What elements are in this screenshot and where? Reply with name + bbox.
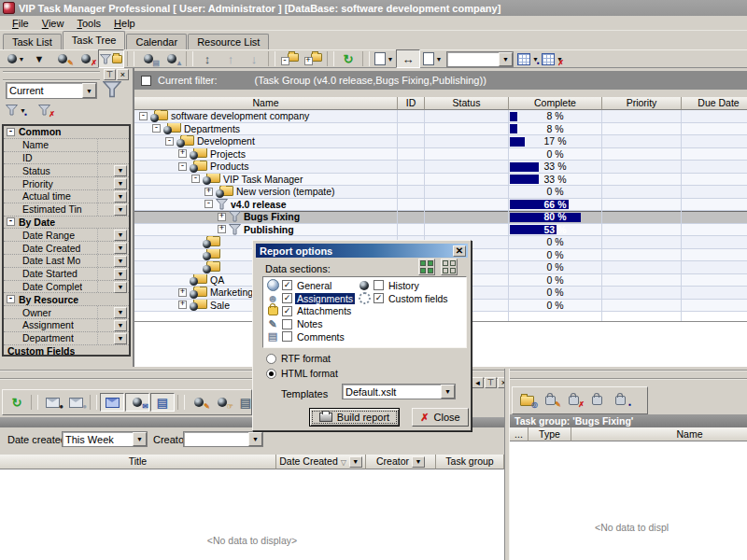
task-row-bugs-fixing[interactable]: +Bugs Fixing80 %: [134, 211, 747, 224]
delete-task-button[interactable]: ✗: [75, 50, 97, 67]
delete-attachment-button[interactable]: ✗: [562, 392, 585, 409]
tab-task-tree[interactable]: Task Tree: [63, 31, 126, 49]
expand-icon[interactable]: +: [178, 149, 187, 158]
filter-row-date-complet[interactable]: Date Complet▼: [4, 281, 129, 294]
attachments-list[interactable]: <No data to displ: [510, 441, 747, 560]
move-up-button[interactable]: ↑: [219, 50, 242, 67]
open-attachment-button[interactable]: ◎: [515, 392, 538, 409]
date-created-dropdown-icon[interactable]: ▼: [133, 432, 147, 446]
task-row-software-development-company[interactable]: -software development company8 %: [134, 110, 747, 123]
dropdown-icon[interactable]: ▼: [114, 333, 127, 344]
collapse-icon[interactable]: -: [7, 128, 15, 136]
filter-section-common[interactable]: -Common: [4, 126, 129, 139]
date-created-combobox[interactable]: This Week ▼: [62, 431, 148, 447]
build-report-button[interactable]: Build report: [309, 408, 400, 427]
new-task-button[interactable]: ▼: [5, 50, 27, 67]
apply-filter-icon[interactable]: [103, 81, 121, 100]
task-row-products[interactable]: -Products33 %: [134, 161, 747, 174]
assign-note-button[interactable]: ☞: [211, 394, 233, 411]
show-all-notes-button[interactable]: ●: [41, 394, 63, 411]
creator-combobox[interactable]: ▼: [183, 431, 263, 447]
dropdown-icon[interactable]: ▼: [114, 230, 127, 241]
notes-column-task-group[interactable]: Task group: [436, 455, 504, 469]
attachments-column-type[interactable]: Type: [529, 427, 571, 441]
notes-column-creator[interactable]: Creator ▼: [366, 455, 436, 469]
tab-task-list[interactable]: Task List: [3, 34, 62, 49]
column-header-priority[interactable]: Priority: [602, 97, 682, 110]
filter-row-date-started[interactable]: Date Started▼: [4, 268, 129, 281]
tab-calendar[interactable]: Calendar: [126, 34, 187, 49]
task-type-dropdown[interactable]: ▼: [28, 50, 50, 67]
filter-row-estimated-tin[interactable]: Estimated Tin▼: [4, 203, 129, 217]
note-text-button[interactable]: ▤: [150, 393, 175, 412]
hide-notes-button[interactable]: ●: [64, 394, 87, 411]
filter-checkbox[interactable]: [141, 76, 151, 86]
sidebar-grip[interactable]: [3, 71, 100, 81]
print-report-button[interactable]: ▼: [421, 50, 444, 67]
attachments-panel-grip[interactable]: [510, 370, 747, 380]
data-section-item-custom-fields[interactable]: ✓Custom fields: [358, 292, 450, 305]
select-all-sections-button[interactable]: [418, 259, 435, 275]
expand-icon[interactable]: +: [218, 225, 226, 233]
tab-resource-list[interactable]: Resource List: [188, 34, 269, 49]
dropdown-icon[interactable]: ▼: [114, 307, 127, 318]
task-name-cell[interactable]: +New version (tempate): [134, 186, 398, 199]
menu-item-view[interactable]: View: [35, 17, 71, 30]
menu-item-file[interactable]: File: [6, 17, 35, 30]
column-filter-icon[interactable]: ▼: [412, 456, 425, 468]
section-checkbox[interactable]: ✓: [282, 293, 292, 303]
column-header-status[interactable]: Status: [425, 97, 509, 110]
close-sidebar-button[interactable]: ×: [117, 69, 129, 80]
data-section-item-history[interactable]: History: [358, 279, 421, 292]
expand-icon[interactable]: +: [204, 188, 213, 196]
section-checkbox[interactable]: ✓: [282, 280, 292, 290]
deselect-all-sections-button[interactable]: [441, 259, 458, 275]
column-filter-icon[interactable]: ▼: [349, 456, 362, 468]
filter-section-by-resource[interactable]: -By Resource: [4, 293, 129, 306]
expand-icon[interactable]: +: [178, 301, 187, 309]
task-name-cell[interactable]: -Departments: [134, 123, 398, 136]
section-checkbox[interactable]: ✓: [374, 293, 384, 303]
filter-row-assignment[interactable]: Assignment▼: [4, 319, 129, 332]
task-name-cell[interactable]: -VIP Task Manager: [134, 174, 398, 187]
pin-sidebar-button[interactable]: ⊤: [104, 69, 116, 80]
dialog-title-bar[interactable]: Report options ✕: [256, 244, 468, 258]
task-row-departments[interactable]: -Departments8 %: [134, 123, 747, 136]
section-checkbox[interactable]: [282, 319, 292, 329]
task-name-cell[interactable]: +Projects: [134, 148, 398, 161]
radio-rtf-format[interactable]: RTF format: [266, 353, 331, 364]
dropdown-icon[interactable]: ▼: [114, 243, 127, 254]
delete-layout-button[interactable]: ✗▼: [541, 50, 564, 67]
column-header-name[interactable]: Name: [134, 97, 398, 110]
menu-item-tools[interactable]: Tools: [70, 17, 107, 30]
filter-section-custom-fields[interactable]: Custom Fields: [4, 345, 129, 357]
filter-row-department[interactable]: Department▼: [4, 332, 129, 345]
task-name-cell[interactable]: -v4.0 release: [134, 199, 398, 212]
show-task-list-button[interactable]: ▤: [137, 50, 160, 67]
column-header-id[interactable]: ID: [398, 97, 425, 110]
show-task-top-button[interactable]: ▲: [161, 50, 183, 67]
filter-row-priority[interactable]: Priority▼: [4, 177, 129, 190]
expand-icon[interactable]: +: [178, 288, 187, 297]
filter-section-by-date[interactable]: -By Date: [4, 217, 129, 230]
save-attachment-button[interactable]: ▪: [609, 392, 631, 409]
collapse-icon[interactable]: -: [7, 217, 15, 226]
task-name-cell[interactable]: -software development company: [134, 110, 398, 123]
section-checkbox[interactable]: [282, 331, 292, 342]
filter-by-task-group-button[interactable]: [98, 49, 124, 68]
column-header-due-date[interactable]: Due Date: [682, 97, 747, 110]
dropdown-icon[interactable]: ▼: [114, 165, 127, 176]
dock-panel-button[interactable]: ◂: [472, 377, 484, 388]
dropdown-icon[interactable]: ▼: [114, 269, 127, 280]
task-row-projects[interactable]: +Projects0 %: [134, 148, 747, 161]
collapse-icon[interactable]: -: [7, 295, 15, 303]
view-attachment-button[interactable]: [585, 392, 608, 409]
view-note-button[interactable]: ✉: [125, 393, 149, 412]
expand-all-button[interactable]: +: [302, 50, 324, 67]
copy-page-button[interactable]: ▼: [373, 50, 395, 67]
filter-row-name[interactable]: Name: [4, 139, 129, 152]
attachments-column-menu[interactable]: ...: [510, 427, 529, 441]
task-row-v4-0-release[interactable]: -v4.0 release66 %: [134, 199, 747, 212]
sort-tasks-button[interactable]: ↕: [196, 50, 218, 67]
task-row-development[interactable]: -Development17 %: [134, 135, 747, 148]
